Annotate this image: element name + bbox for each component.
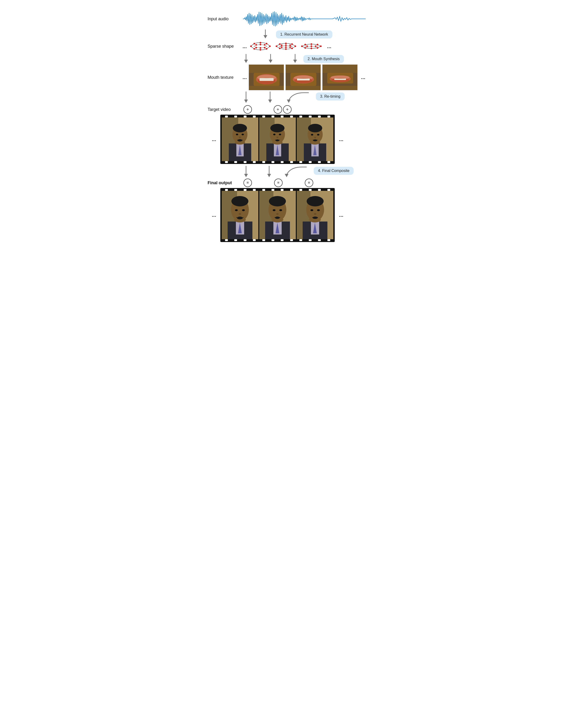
svg-point-9 [254, 48, 255, 50]
svg-point-3 [254, 43, 255, 45]
svg-point-28 [285, 47, 287, 48]
svg-point-89 [238, 139, 242, 141]
svg-point-97 [270, 124, 285, 132]
step4-bubble: 4. Final Composite [314, 167, 353, 175]
step2-bubble: 2. Mouth Synthesis [303, 55, 344, 63]
lip-shape-3 [299, 40, 323, 53]
svg-point-5 [266, 43, 267, 45]
lip-shape-2 [274, 40, 298, 53]
svg-point-24 [281, 45, 283, 46]
dots-left-1: ... [242, 44, 247, 50]
mouth-img-2 [286, 64, 321, 90]
svg-point-19 [291, 44, 293, 45]
down-arrow-3a [242, 92, 249, 103]
svg-marker-117 [267, 174, 271, 177]
svg-point-153 [314, 213, 316, 215]
svg-point-34 [317, 44, 318, 46]
final-frame-2 [259, 191, 296, 239]
svg-point-27 [289, 47, 291, 48]
arrow4-row: 4. Final Composite [242, 166, 377, 178]
svg-point-39 [307, 46, 308, 47]
svg-point-129 [239, 213, 241, 215]
waveform-container [243, 9, 366, 28]
svg-point-16 [276, 46, 277, 47]
mouth-texture-row: Mouth texture ... [208, 64, 377, 90]
svg-point-85 [233, 124, 247, 132]
dots-left-2: ... [242, 74, 247, 80]
svg-point-7 [266, 48, 267, 50]
dots-right-1: ... [327, 44, 331, 50]
plus-circle-3: + [283, 105, 292, 114]
svg-point-150 [307, 196, 324, 206]
svg-point-151 [311, 209, 313, 211]
final-output-filmstrip: ... [210, 188, 345, 242]
pipeline-diagram: Input audio 1. Recurrent Neural Network … [203, 5, 382, 246]
svg-point-112 [314, 137, 316, 138]
svg-point-20 [295, 46, 296, 47]
svg-point-18 [285, 43, 287, 44]
video-frame-3 [297, 118, 333, 161]
svg-point-35 [320, 46, 322, 47]
svg-point-22 [285, 48, 287, 50]
svg-point-36 [317, 47, 318, 49]
svg-point-140 [279, 209, 282, 211]
svg-point-88 [239, 137, 241, 138]
svg-point-11 [260, 44, 261, 46]
svg-point-86 [236, 134, 238, 135]
mouth-img-3 [322, 64, 357, 90]
svg-point-21 [291, 48, 293, 49]
svg-rect-53 [260, 78, 274, 81]
svg-point-111 [317, 134, 319, 136]
sparse-shape-row: Sparse shape ... [208, 40, 377, 53]
lip-shape-1 [249, 40, 272, 53]
svg-point-6 [269, 46, 271, 47]
mouth-texture-label: Mouth texture [208, 75, 241, 80]
svg-point-4 [260, 42, 261, 44]
dots-right-4: ... [339, 212, 343, 218]
svg-marker-47 [293, 60, 297, 63]
down-arrow-1 [262, 29, 269, 39]
svg-point-26 [289, 45, 291, 46]
svg-point-101 [275, 139, 279, 141]
svg-point-31 [301, 46, 303, 47]
equals-circle-3: = [305, 179, 313, 187]
final-frame-1 [222, 191, 258, 239]
svg-point-12 [264, 44, 266, 46]
step1-bubble: 1. Recurrent Neural Network [276, 30, 333, 38]
svg-marker-76 [287, 100, 291, 103]
down-arrow-3b [267, 92, 274, 103]
svg-point-14 [260, 47, 261, 49]
svg-point-127 [235, 209, 238, 211]
mouth-img-1 [249, 64, 284, 90]
svg-rect-62 [286, 64, 321, 73]
svg-marker-45 [269, 60, 272, 63]
svg-rect-69 [334, 79, 346, 80]
retiming-curved-arrow [285, 92, 314, 103]
svg-point-33 [311, 44, 312, 45]
svg-rect-71 [322, 86, 357, 90]
dots-left-3: ... [212, 136, 216, 142]
svg-point-98 [273, 134, 275, 135]
svg-point-29 [281, 47, 283, 48]
final-output-label: Final output [208, 180, 241, 185]
final-frame-3 [297, 191, 333, 239]
svg-point-126 [232, 196, 248, 206]
svg-point-128 [242, 209, 245, 211]
video-frame-1 [222, 118, 258, 161]
svg-marker-43 [244, 60, 248, 63]
svg-point-38 [304, 47, 306, 49]
target-video-filmstrip: ... [210, 115, 345, 164]
svg-point-152 [317, 209, 320, 211]
input-audio-row: Input audio [208, 9, 377, 28]
svg-point-130 [237, 216, 243, 219]
svg-point-87 [242, 134, 244, 135]
svg-rect-63 [286, 86, 321, 90]
svg-rect-70 [322, 64, 357, 73]
svg-point-142 [275, 216, 280, 219]
input-audio-label: Input audio [208, 17, 241, 22]
svg-rect-54 [249, 64, 284, 73]
down-arrow-4a [242, 166, 249, 178]
svg-point-37 [311, 48, 312, 49]
svg-point-99 [279, 134, 281, 135]
svg-marker-115 [244, 174, 248, 177]
